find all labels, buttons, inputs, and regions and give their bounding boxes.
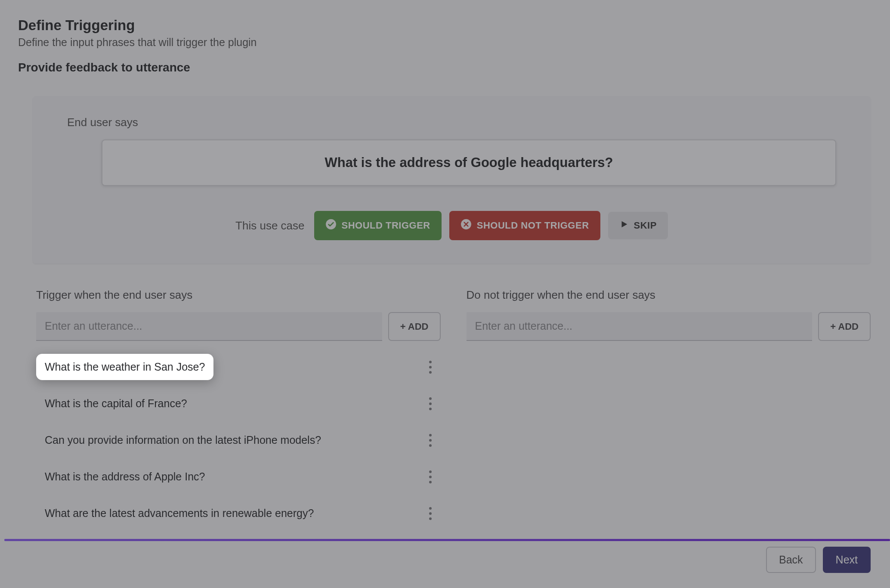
- list-item: Can you provide information on the lates…: [36, 422, 441, 458]
- verdict-row: This use case SHOULD TRIGGER SHOULD NOT …: [67, 211, 836, 240]
- x-circle-icon: [460, 219, 472, 232]
- svg-point-5: [429, 397, 432, 400]
- svg-point-13: [429, 481, 432, 483]
- skip-label: SKIP: [634, 220, 657, 231]
- section-heading: Provide feedback to utterance: [18, 61, 890, 74]
- do-not-trigger-add-button[interactable]: + ADD: [818, 312, 871, 341]
- svg-point-6: [429, 402, 432, 405]
- more-menu-icon[interactable]: [423, 393, 438, 414]
- should-trigger-button[interactable]: SHOULD TRIGGER: [314, 211, 442, 240]
- list-item: What is the capital of France?: [36, 385, 441, 422]
- svg-point-2: [429, 361, 432, 363]
- feedback-card: End user says What is the address of Goo…: [33, 96, 871, 263]
- back-button[interactable]: Back: [766, 547, 816, 573]
- utterance-text: What is the address of Apple Inc?: [36, 464, 213, 490]
- should-not-trigger-button[interactable]: SHOULD NOT TRIGGER: [449, 211, 600, 240]
- svg-point-15: [429, 512, 432, 515]
- utterance-text: What is the weather in San Jose?: [36, 354, 213, 380]
- svg-point-3: [429, 366, 432, 368]
- do-not-trigger-utterance-input[interactable]: [467, 312, 813, 341]
- trigger-column: Trigger when the end user says + ADD Wha…: [36, 288, 441, 532]
- progress-bar: [4, 539, 890, 541]
- verdict-prompt: This use case: [235, 219, 304, 232]
- svg-point-9: [429, 439, 432, 442]
- trigger-heading: Trigger when the end user says: [36, 288, 441, 302]
- trigger-list: What is the weather in San Jose?What is …: [36, 349, 441, 532]
- list-item: What is the weather in San Jose?: [36, 349, 441, 385]
- check-circle-icon: [325, 219, 337, 232]
- more-menu-icon[interactable]: [423, 467, 438, 487]
- page-subtitle: Define the input phrases that will trigg…: [18, 36, 890, 49]
- svg-point-11: [429, 470, 432, 473]
- svg-point-12: [429, 476, 432, 478]
- do-not-trigger-heading: Do not trigger when the end user says: [467, 288, 871, 302]
- svg-point-16: [429, 517, 432, 520]
- utterance-text: Can you provide information on the lates…: [36, 427, 330, 453]
- svg-point-4: [429, 371, 432, 374]
- svg-point-10: [429, 444, 432, 447]
- should-not-trigger-label: SHOULD NOT TRIGGER: [477, 220, 589, 231]
- more-menu-icon[interactable]: [423, 357, 438, 378]
- utterance-text: What are the latest advancements in rene…: [36, 500, 322, 526]
- list-item: What are the latest advancements in rene…: [36, 495, 441, 532]
- more-menu-icon[interactable]: [423, 430, 438, 451]
- next-button[interactable]: Next: [823, 547, 871, 573]
- end-user-says-label: End user says: [67, 116, 836, 129]
- page-title: Define Triggering: [18, 17, 890, 34]
- svg-point-14: [429, 507, 432, 510]
- skip-button[interactable]: SKIP: [608, 212, 668, 239]
- list-item: What is the address of Apple Inc?: [36, 458, 441, 495]
- more-menu-icon[interactable]: [423, 503, 438, 524]
- do-not-trigger-column: Do not trigger when the end user says + …: [467, 288, 871, 532]
- svg-point-8: [429, 434, 432, 436]
- trigger-utterance-input[interactable]: [36, 312, 382, 341]
- svg-point-7: [429, 408, 432, 410]
- trigger-add-button[interactable]: + ADD: [388, 312, 441, 341]
- utterance-question: What is the address of Google headquarte…: [102, 139, 836, 186]
- should-trigger-label: SHOULD TRIGGER: [342, 220, 430, 231]
- play-icon: [619, 220, 629, 232]
- utterance-text: What is the capital of France?: [36, 390, 196, 417]
